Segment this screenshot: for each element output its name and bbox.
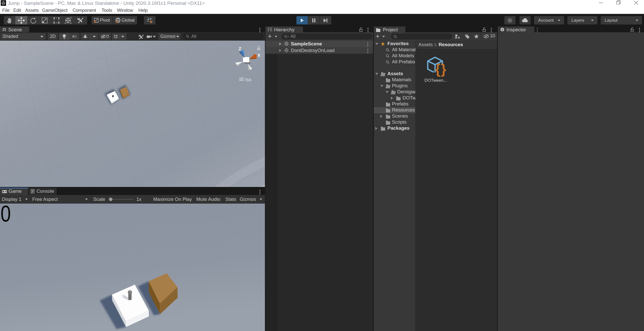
svg-text:Iso: Iso xyxy=(245,77,251,82)
svg-text:X: X xyxy=(258,53,260,58)
svg-text:{: { xyxy=(435,61,441,77)
svg-text:}: } xyxy=(441,61,446,77)
svg-text:Z: Z xyxy=(239,47,241,51)
